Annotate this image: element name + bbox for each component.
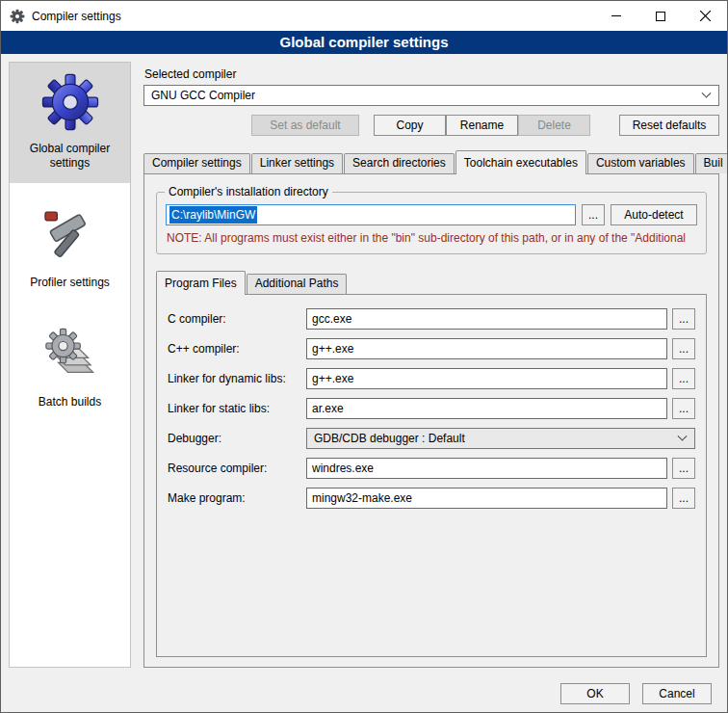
dynamic-linker-browse-button[interactable]: ... (672, 368, 695, 389)
resource-compiler-input[interactable] (306, 458, 667, 479)
rename-button[interactable]: Rename (446, 115, 518, 136)
close-icon (700, 11, 711, 21)
profiler-tool-icon (40, 206, 100, 266)
cancel-button[interactable]: Cancel (642, 683, 712, 704)
autodetect-button[interactable]: Auto-detect (611, 204, 697, 225)
delete-button[interactable]: Delete (518, 115, 590, 136)
sidebar-item-label: Global compiler settings (14, 142, 125, 171)
static-linker-label: Linker for static libs: (168, 402, 301, 415)
debugger-select[interactable]: GDB/CDB debugger : Default (306, 428, 695, 449)
tab-toolchain-executables[interactable]: Toolchain executables (455, 150, 586, 174)
tab-build-options-truncated[interactable]: Buil (695, 153, 728, 173)
make-program-browse-button[interactable]: ... (672, 488, 695, 509)
resource-compiler-browse-button[interactable]: ... (672, 458, 695, 479)
chevron-down-icon (702, 88, 712, 97)
bin-subdirectory-note: NOTE: All programs must exist either in … (167, 231, 696, 245)
compiler-button-row: Set as default Copy Rename Delete Reset … (143, 115, 719, 136)
program-files-panel: C compiler: ... C++ compiler: ... Linker… (156, 294, 707, 657)
close-button[interactable] (683, 1, 727, 31)
window-controls (594, 1, 727, 31)
installation-directory-input[interactable]: C:\raylib\MinGW (166, 204, 576, 225)
form-row: Linker for static libs: ... (168, 398, 695, 419)
sidebar-item-batch-builds[interactable]: Batch builds (10, 316, 130, 422)
form-row: C++ compiler: ... (168, 338, 695, 359)
minimize-button[interactable] (594, 1, 638, 31)
tab-compiler-settings[interactable]: Compiler settings (143, 153, 250, 173)
c-compiler-browse-button[interactable]: ... (672, 308, 695, 330)
make-program-label: Make program: (168, 491, 301, 505)
cpp-compiler-browse-button[interactable]: ... (672, 338, 695, 359)
installation-directory-group: Compiler's installation directory C:\ray… (156, 192, 707, 254)
form-row: Make program: ... (168, 488, 695, 509)
tab-linker-settings[interactable]: Linker settings (251, 153, 343, 173)
titlebar[interactable]: Compiler settings (1, 1, 727, 31)
dynamic-linker-input[interactable] (306, 368, 667, 389)
sidebar-item-label: Profiler settings (14, 276, 125, 290)
batch-builds-gears-icon (40, 326, 100, 385)
debugger-select-value: GDB/CDB debugger : Default (314, 432, 465, 445)
toolchain-executables-panel: Compiler's installation directory C:\ray… (143, 173, 719, 668)
c-compiler-input[interactable] (306, 308, 667, 330)
copy-button[interactable]: Copy (374, 115, 446, 136)
settings-tabstrip: Compiler settings Linker settings Search… (143, 150, 719, 173)
tab-search-directories[interactable]: Search directories (344, 153, 455, 173)
form-row: Resource compiler: ... (168, 458, 695, 479)
form-row: Linker for dynamic libs: ... (168, 368, 695, 389)
programs-subtabstrip: Program Files Additional Paths (156, 271, 707, 294)
main-panel: Selected compiler GNU GCC Compiler Set a… (143, 62, 719, 668)
sidebar-item-profiler-settings[interactable]: Profiler settings (10, 197, 130, 303)
cpp-compiler-input[interactable] (306, 338, 667, 359)
window-title: Compiler settings (32, 10, 121, 23)
form-row: C compiler: ... (168, 308, 695, 330)
maximize-icon (656, 12, 665, 21)
reset-defaults-button[interactable]: Reset defaults (619, 115, 719, 136)
compiler-settings-window: Compiler settings Global compiler settin… (0, 0, 728, 713)
selected-compiler-label: Selected compiler (144, 67, 719, 81)
compiler-select[interactable]: GNU GCC Compiler (143, 85, 719, 106)
resource-compiler-label: Resource compiler: (168, 462, 301, 475)
c-compiler-label: C compiler: (168, 312, 301, 326)
installation-directory-group-title: Compiler's installation directory (165, 185, 332, 198)
dialog-content: Global compiler settings Profiler settin… (1, 54, 727, 675)
app-icon (10, 9, 25, 24)
compiler-select-value: GNU GCC Compiler (151, 89, 255, 102)
installation-directory-row: C:\raylib\MinGW ... Auto-detect (166, 204, 697, 225)
blue-gear-icon (40, 72, 100, 132)
set-as-default-button[interactable]: Set as default (251, 115, 359, 136)
installation-directory-value: C:\raylib\MinGW (169, 206, 257, 224)
make-program-input[interactable] (306, 488, 667, 509)
cpp-compiler-label: C++ compiler: (168, 342, 301, 356)
dynamic-linker-label: Linker for dynamic libs: (168, 372, 301, 385)
sidebar-item-global-compiler-settings[interactable]: Global compiler settings (10, 63, 130, 183)
settings-sidebar: Global compiler settings Profiler settin… (9, 62, 131, 668)
form-row: Debugger: GDB/CDB debugger : Default (168, 428, 695, 449)
installation-directory-browse-button[interactable]: ... (582, 204, 605, 225)
minimize-icon (611, 15, 621, 16)
sidebar-item-label: Batch builds (14, 395, 125, 409)
ok-button[interactable]: OK (560, 683, 630, 704)
subtab-program-files[interactable]: Program Files (156, 271, 246, 295)
maximize-button[interactable] (638, 1, 683, 31)
tab-custom-variables[interactable]: Custom variables (587, 153, 694, 173)
page-title: Global compiler settings (1, 31, 727, 54)
debugger-label: Debugger: (168, 432, 301, 445)
static-linker-browse-button[interactable]: ... (672, 398, 695, 419)
static-linker-input[interactable] (306, 398, 667, 419)
dialog-footer: OK Cancel (1, 675, 727, 712)
subtab-additional-paths[interactable]: Additional Paths (247, 274, 348, 294)
chevron-down-icon (678, 431, 688, 440)
